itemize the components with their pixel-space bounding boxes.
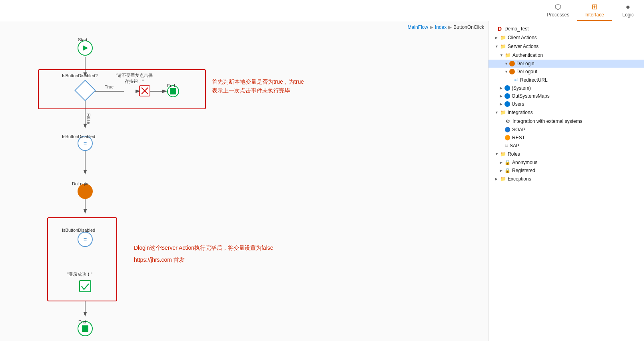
client-actions-folder-icon: 📁 xyxy=(500,34,506,41)
start-label: Start xyxy=(78,37,87,42)
roles-folder-icon: 📁 xyxy=(500,151,506,157)
client-actions-arrow: ▶ xyxy=(495,36,500,40)
sap-icon: ≋ xyxy=(504,143,508,148)
sidebar-item-integration-external[interactable]: ⚙ Integration with external systems xyxy=(488,117,644,126)
users-label: Users xyxy=(512,101,524,107)
registered-label: Registered xyxy=(512,168,535,173)
authentication-folder-icon: 📁 xyxy=(504,52,511,58)
end-label2: End xyxy=(78,319,86,324)
soap-icon: 🔵 xyxy=(504,127,510,132)
roles-label: Roles xyxy=(508,151,520,157)
svg-text:False: False xyxy=(86,113,91,124)
rest-icon: 🟠 xyxy=(504,135,510,140)
sidebar-item-rest[interactable]: 🟠 REST xyxy=(488,134,644,142)
exceptions-label: Exceptions xyxy=(508,176,531,182)
breadcrumb-sep1: ▶ xyxy=(430,24,433,30)
integrations-arrow: ▼ xyxy=(495,110,500,114)
svg-point-20 xyxy=(78,184,92,199)
tab-processes[interactable]: ⬡ Processes xyxy=(539,0,577,21)
logic-icon: ● xyxy=(626,3,630,11)
tab-interface-label: Interface xyxy=(585,12,604,18)
anonymous-lock-icon: 🔓 xyxy=(504,160,510,165)
dologin-icon xyxy=(509,61,515,66)
sidebar-item-module[interactable]: D Demo_Test xyxy=(488,24,644,33)
client-actions-label: Client Actions xyxy=(508,35,537,40)
sidebar-item-redirecturl[interactable]: ↩ RedirectURL xyxy=(488,76,644,84)
breadcrumb-mainflow[interactable]: MainFlow xyxy=(408,24,428,30)
users-arrow: ▶ xyxy=(500,102,504,106)
sidebar: D Demo_Test ▶ 📁 Client Actions ▼ 📁 Serve… xyxy=(488,21,644,341)
sidebar-item-outsystemsmaps[interactable]: ▶ OutSystemsMaps xyxy=(488,92,644,100)
dologout-arrow: ▼ xyxy=(504,70,509,74)
tab-interface[interactable]: ⊞ Interface xyxy=(577,0,612,21)
breadcrumb-index[interactable]: Index xyxy=(435,24,447,30)
breadcrumb-current: ButtonOnClick xyxy=(453,24,484,30)
sidebar-item-dologout[interactable]: ▼ DoLogout xyxy=(488,68,644,76)
redirecturl-label: RedirectURL xyxy=(520,77,548,83)
anonymous-arrow: ▶ xyxy=(500,160,504,164)
assign2-label: IsButtonDisabled xyxy=(62,228,95,233)
integration-external-icon: ⚙ xyxy=(504,118,511,124)
interface-icon: ⊞ xyxy=(592,2,598,11)
module-label: Demo_Test xyxy=(504,26,529,32)
integrations-folder-icon: 📁 xyxy=(500,109,506,116)
annotation-bottom-line2: https://jhrs.com 首发 xyxy=(134,255,273,264)
sidebar-item-client-actions[interactable]: ▶ 📁 Client Actions xyxy=(488,33,644,42)
end-label1: End xyxy=(167,83,175,88)
sidebar-item-authentication[interactable]: ▼ 📁 Authentication xyxy=(488,51,644,60)
exceptions-arrow: ▶ xyxy=(495,177,500,181)
system-label: (System) xyxy=(512,85,531,91)
roles-arrow: ▼ xyxy=(495,152,500,156)
breadcrumb: MainFlow ▶ Index ▶ ButtonOnClick xyxy=(408,24,484,30)
sidebar-item-anonymous[interactable]: ▶ 🔓 Anonymous xyxy=(488,158,644,166)
redirecturl-icon: ↩ xyxy=(514,77,518,83)
svg-rect-25 xyxy=(82,325,88,332)
outsystemsmaps-label: OutSystemsMaps xyxy=(512,93,550,99)
registered-arrow: ▶ xyxy=(500,168,504,173)
authentication-label: Authentication xyxy=(512,52,543,58)
server-actions-folder-icon: 📁 xyxy=(500,43,506,50)
sidebar-item-soap[interactable]: 🔵 SOAP xyxy=(488,126,644,134)
server-actions-arrow: ▼ xyxy=(495,44,500,48)
annotation-bottom-line1: Dlogin这个Server Action执行完毕后，将变量设置为false xyxy=(134,243,273,252)
dologin-label: DoLogin xyxy=(72,181,88,186)
soap-label: SOAP xyxy=(512,127,525,132)
sidebar-item-server-actions[interactable]: ▼ 📁 Server Actions xyxy=(488,42,644,51)
sidebar-tree: D Demo_Test ▶ 📁 Client Actions ▼ 📁 Serve… xyxy=(488,21,644,187)
sidebar-item-integrations[interactable]: ▼ 📁 Integrations xyxy=(488,108,644,117)
module-icon: D xyxy=(496,26,503,32)
server-actions-label: Server Actions xyxy=(508,44,538,49)
users-icon xyxy=(504,101,510,107)
sap-label: SAP xyxy=(510,143,519,148)
integration-external-label: Integration with external systems xyxy=(512,118,582,124)
anonymous-label: Anonymous xyxy=(512,160,537,165)
sidebar-item-dologin[interactable]: ▼ DoLogin xyxy=(488,60,644,68)
annotation-top: 首先判断本地变量是否为true，为true表示上一次点击事件未执行完毕 xyxy=(212,77,304,95)
system-icon xyxy=(504,85,510,91)
annotation-bottom: Dlogin这个Server Action执行完毕后，将变量设置为false h… xyxy=(134,243,273,265)
rest-label: REST xyxy=(512,135,525,140)
sidebar-item-registered[interactable]: ▶ 🔒 Registered xyxy=(488,166,644,175)
tab-logic-label: Logic xyxy=(622,12,634,18)
main-area: MainFlow ▶ Index ▶ ButtonOnClick xyxy=(0,21,644,341)
tab-logic[interactable]: ● Logic xyxy=(612,0,644,21)
tab-processes-label: Processes xyxy=(547,12,569,18)
condition-label: IsButtonDisabled? xyxy=(62,73,98,78)
dologout-icon xyxy=(509,69,515,74)
breadcrumb-sep2: ▶ xyxy=(448,24,452,30)
sidebar-item-users[interactable]: ▶ Users xyxy=(488,100,644,108)
sidebar-item-sap[interactable]: ≋ SAP xyxy=(488,142,644,150)
registered-lock-icon: 🔒 xyxy=(504,168,510,173)
dologin-arrow: ▼ xyxy=(504,62,509,66)
flow-canvas[interactable]: MainFlow ▶ Index ▶ ButtonOnClick xyxy=(0,21,488,341)
outsystemsmaps-arrow: ▶ xyxy=(500,94,504,98)
integrations-label: Integrations xyxy=(508,110,533,115)
sidebar-item-exceptions[interactable]: ▶ 📁 Exceptions xyxy=(488,175,644,183)
flow-container: MainFlow ▶ Index ▶ ButtonOnClick xyxy=(0,21,488,341)
tooltip-node-label: "请不要重复点击保 存按钮！" xyxy=(116,72,153,85)
processes-icon: ⬡ xyxy=(555,2,561,11)
exceptions-folder-icon: 📁 xyxy=(500,176,506,182)
sidebar-item-system[interactable]: ▶ (System) xyxy=(488,84,644,92)
dologin-label: DoLogin xyxy=(516,61,534,66)
sidebar-item-roles[interactable]: ▼ 📁 Roles xyxy=(488,150,644,158)
